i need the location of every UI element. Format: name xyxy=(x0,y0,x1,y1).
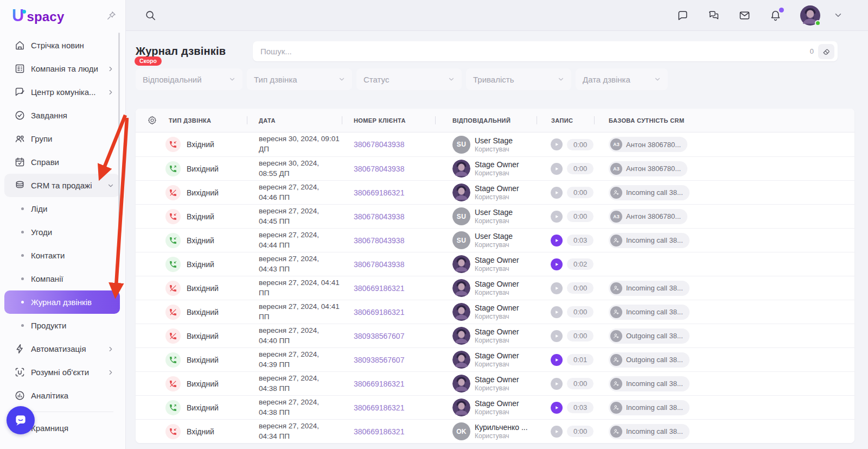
cell-date: вересня 27, 2024, 04:40 ПП xyxy=(247,324,342,347)
table-settings-gear-icon[interactable] xyxy=(147,115,157,125)
call-type-label: Вихідний xyxy=(187,403,219,412)
sidebar-scrollbar[interactable] xyxy=(118,33,120,250)
filter-duration[interactable]: Тривалість xyxy=(466,68,571,90)
table-row[interactable]: Вихіднийвересня 27, 2024, 04:46 ПП380669… xyxy=(136,180,854,204)
client-phone-link[interactable]: 380669186321 xyxy=(354,427,404,436)
user-avatar[interactable] xyxy=(800,5,820,26)
sidebar-item-tasks[interactable]: Завдання xyxy=(4,104,120,127)
play-button[interactable] xyxy=(551,138,563,150)
table-row[interactable]: Вхіднийвересня 27, 2024, 04:45 ПП3806780… xyxy=(136,204,854,228)
filter-call-date[interactable]: Дата дзвінка xyxy=(576,68,668,90)
client-phone-link[interactable]: 380669186321 xyxy=(354,403,404,412)
uspacy-logo[interactable]: U spacy xyxy=(12,7,64,24)
clear-filters-button[interactable] xyxy=(818,44,834,59)
play-button[interactable] xyxy=(551,378,563,390)
outgoing-green-call-icon xyxy=(165,352,181,368)
client-phone-link[interactable]: 380678043938 xyxy=(354,260,404,269)
crm-entity-chip[interactable]: Incoming call 38... xyxy=(609,233,690,248)
client-phone-link[interactable]: 380678043938 xyxy=(354,236,404,245)
pin-icon[interactable] xyxy=(106,10,117,21)
sidebar-item-activities[interactable]: Справи xyxy=(4,150,120,174)
sidebar-item-contacts[interactable]: Контакти xyxy=(4,244,120,267)
sidebar-item-crm-sales[interactable]: CRM та продажі xyxy=(4,174,120,197)
play-button[interactable] xyxy=(551,330,563,342)
sidebar-item-company-people[interactable]: Компанія та люди xyxy=(4,57,120,80)
play-button[interactable] xyxy=(551,187,563,199)
sidebar-item-deals[interactable]: Угоди xyxy=(4,220,120,244)
play-button[interactable] xyxy=(551,306,563,318)
support-chat-widget[interactable] xyxy=(7,406,35,434)
bullet-icon xyxy=(21,301,24,303)
crm-entity-chip[interactable]: АЗАнтон 3806780... xyxy=(609,209,687,224)
crm-entity-chip[interactable]: Incoming call 38... xyxy=(609,424,690,439)
chat-icon[interactable] xyxy=(676,9,689,22)
bullet-icon xyxy=(21,254,24,257)
crm-entity-chip[interactable]: Incoming call 38... xyxy=(609,281,690,296)
crm-entity-chip[interactable]: Outgoing call 38... xyxy=(609,328,690,344)
filter-call-type[interactable]: Тип дзвінка xyxy=(247,68,352,90)
client-phone-link[interactable]: 380678043938 xyxy=(354,165,404,173)
play-button[interactable] xyxy=(551,354,563,366)
group-chat-icon[interactable] xyxy=(707,9,720,22)
sidebar-item-communications[interactable]: Центр комуніка... xyxy=(4,80,120,104)
crm-entity-chip[interactable]: Incoming call 38... xyxy=(609,185,690,200)
call-date: вересня 27, 2024, 04:45 ПП xyxy=(259,206,319,227)
table-row[interactable]: Вихіднийвересня 27, 2024, 04:41 ПП380669… xyxy=(136,300,854,324)
play-button[interactable] xyxy=(551,282,563,294)
sidebar-item-groups[interactable]: Групи xyxy=(4,127,120,150)
client-phone-link[interactable]: 380669186321 xyxy=(354,188,404,197)
mail-icon[interactable] xyxy=(738,9,751,22)
crm-entity-chip[interactable]: Incoming call 38... xyxy=(609,400,690,415)
table-row[interactable]: Вихіднийвересня 27, 2024, 04:38 ПП380669… xyxy=(136,371,854,395)
responsible-role: Користувач xyxy=(475,432,528,440)
table-row[interactable]: Вхіднийвересня 27, 2024, 04:44 ПП3806780… xyxy=(136,228,854,252)
notification-dot xyxy=(779,8,784,12)
table-row[interactable]: Вихіднийвересня 27, 2024, 04:41 ПП380669… xyxy=(136,276,854,300)
sidebar-item-label: Компанії xyxy=(31,274,63,283)
sidebar-item-smart-objects[interactable]: Розумні об'єкти xyxy=(4,361,120,384)
play-button[interactable] xyxy=(551,402,563,414)
crm-entity-chip[interactable]: Outgoing call 38... xyxy=(609,352,690,368)
filter-responsible[interactable]: Відповідальний xyxy=(136,68,242,90)
bell-icon[interactable] xyxy=(769,9,782,22)
crm-entity-chip[interactable]: АЗАнтон 3806780... xyxy=(609,161,687,176)
play-button[interactable] xyxy=(551,258,563,270)
responsible-role: Користувач xyxy=(475,193,519,201)
crm-entity-chip[interactable]: АЗАнтон 3806780... xyxy=(609,137,687,152)
call-date: вересня 27, 2024, 04:46 ПП xyxy=(259,182,319,203)
client-phone-link[interactable]: 380669186321 xyxy=(354,308,404,317)
responsible-role: Користувач xyxy=(475,361,519,368)
play-button[interactable] xyxy=(551,426,563,438)
table-row[interactable]: Вихіднийвересня 27, 2024, 04:38 ПП380669… xyxy=(136,395,854,419)
filter-status[interactable]: Статус xyxy=(356,68,462,90)
client-phone-link[interactable]: 380938567607 xyxy=(354,356,404,364)
table-row[interactable]: Вихіднийвересня 27, 2024, 04:39 ПП380938… xyxy=(136,347,854,371)
play-button[interactable] xyxy=(551,211,563,223)
table-row[interactable]: Вихіднийвересня 27, 2024, 04:40 ПП380938… xyxy=(136,324,854,347)
sidebar-item-analytics[interactable]: Аналітика xyxy=(4,384,120,407)
cell-crm-entity: АЗАнтон 3806780... xyxy=(594,157,854,180)
play-button[interactable] xyxy=(551,163,563,175)
sidebar-item-news-feed[interactable]: Стрічка новин xyxy=(4,34,120,57)
client-phone-link[interactable]: 380678043938 xyxy=(354,212,404,221)
client-phone-link[interactable]: 380678043938 xyxy=(354,140,404,149)
global-search-icon[interactable] xyxy=(144,9,156,21)
table-row[interactable]: Вхіднийвересня 27, 2024, 04:34 ПП3806691… xyxy=(136,419,854,443)
crm-entity-chip[interactable]: Incoming call 38... xyxy=(609,305,690,320)
cell-crm-entity: АЗАнтон 3806780... xyxy=(594,132,854,156)
client-phone-link[interactable]: 380669186321 xyxy=(354,284,404,293)
sidebar-item-leads[interactable]: Ліди xyxy=(4,197,120,220)
sidebar-item-call-log[interactable]: Журнал дзвінків xyxy=(4,290,120,314)
sidebar-item-companies[interactable]: Компанії xyxy=(4,267,120,290)
play-button[interactable] xyxy=(551,235,563,246)
sidebar-item-products[interactable]: Продукти xyxy=(4,314,120,337)
table-row[interactable]: Вхіднийвересня 30, 2024, 09:01 ДП3806780… xyxy=(136,132,854,156)
sidebar-item-automation[interactable]: Автоматизація xyxy=(4,337,120,361)
profile-chevron-down-icon[interactable] xyxy=(833,10,843,20)
client-phone-link[interactable]: 380938567607 xyxy=(354,332,404,340)
client-phone-link[interactable]: 380669186321 xyxy=(354,380,404,388)
table-row[interactable]: Вхіднийвересня 27, 2024, 04:43 ПП3806780… xyxy=(136,252,854,276)
table-row[interactable]: Вихіднийвересня 30, 2024, 08:55 ДП380678… xyxy=(136,156,854,180)
crm-entity-chip[interactable]: Incoming call 38... xyxy=(609,376,690,391)
search-input[interactable] xyxy=(260,47,806,56)
